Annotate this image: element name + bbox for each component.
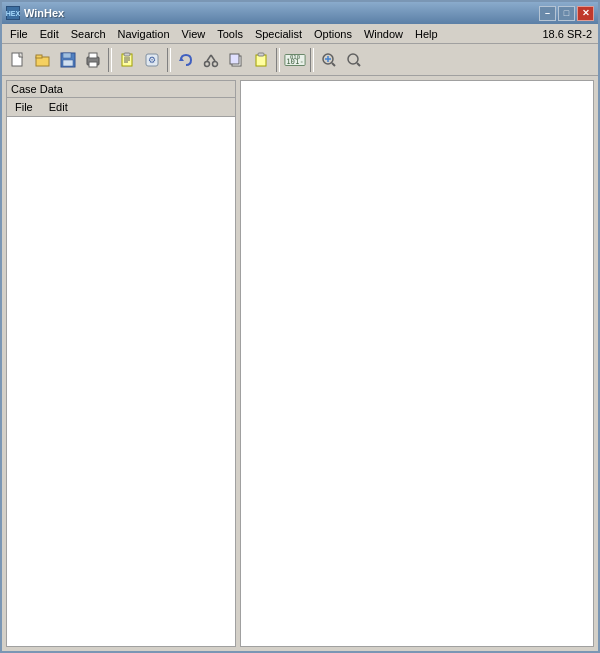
title-bar: HEX WinHex – □ ✕	[2, 2, 598, 24]
svg-point-18	[213, 61, 218, 66]
menu-file[interactable]: File	[4, 26, 34, 42]
toolbar-sep-1	[108, 48, 112, 72]
svg-line-33	[357, 63, 360, 66]
svg-line-29	[332, 63, 335, 66]
menu-help[interactable]: Help	[409, 26, 444, 42]
menu-bar: File Edit Search Navigation View Tools S…	[2, 24, 598, 44]
paste-button[interactable]	[249, 48, 273, 72]
print-button[interactable]	[81, 48, 105, 72]
svg-rect-4	[63, 53, 71, 58]
close-button[interactable]: ✕	[577, 6, 594, 21]
case-data-submenu: File Edit	[7, 98, 235, 117]
case-edit-menu[interactable]: Edit	[45, 100, 72, 114]
title-bar-controls: – □ ✕	[539, 6, 594, 21]
toolbar-sep-2	[167, 48, 171, 72]
hex-view-panel[interactable]	[240, 80, 594, 647]
menu-view[interactable]: View	[176, 26, 212, 42]
menu-edit[interactable]: Edit	[34, 26, 65, 42]
svg-rect-5	[63, 60, 73, 66]
app-icon: HEX	[6, 6, 20, 20]
case-data-header: Case Data	[7, 81, 235, 98]
maximize-button[interactable]: □	[558, 6, 575, 21]
new-button[interactable]	[6, 48, 30, 72]
menu-search[interactable]: Search	[65, 26, 112, 42]
menu-tools[interactable]: Tools	[211, 26, 249, 42]
svg-rect-22	[230, 54, 239, 64]
undo-button[interactable]	[174, 48, 198, 72]
title-bar-left: HEX WinHex	[6, 6, 64, 20]
toolbar-sep-4	[310, 48, 314, 72]
svg-rect-8	[89, 62, 97, 67]
minimize-button[interactable]: –	[539, 6, 556, 21]
svg-rect-23	[256, 55, 266, 66]
clipboard-button[interactable]	[115, 48, 139, 72]
wrench-button[interactable]: ⚙	[140, 48, 164, 72]
svg-point-32	[348, 54, 358, 64]
find-button[interactable]	[342, 48, 366, 72]
svg-point-17	[205, 61, 210, 66]
svg-rect-24	[258, 53, 264, 56]
save-button[interactable]	[56, 48, 80, 72]
version-label: 18.6 SR-2	[542, 28, 596, 40]
hex-button[interactable]: 101- 010	[283, 48, 307, 72]
open-button[interactable]	[31, 48, 55, 72]
title-text: WinHex	[24, 7, 64, 19]
menu-navigation[interactable]: Navigation	[112, 26, 176, 42]
menu-specialist[interactable]: Specialist	[249, 26, 308, 42]
toolbar: ⚙	[2, 44, 598, 76]
cut-button[interactable]	[199, 48, 223, 72]
svg-text:⚙: ⚙	[148, 55, 156, 65]
svg-rect-2	[36, 55, 42, 58]
toolbar-sep-3	[276, 48, 280, 72]
goto-button[interactable]	[317, 48, 341, 72]
case-data-body	[7, 117, 235, 646]
main-content: Case Data File Edit	[2, 76, 598, 651]
case-data-panel: Case Data File Edit	[6, 80, 236, 647]
svg-rect-10	[124, 53, 130, 56]
case-file-menu[interactable]: File	[11, 100, 37, 114]
svg-line-19	[207, 55, 211, 61]
main-window: HEX WinHex – □ ✕ File Edit Search Naviga…	[0, 0, 600, 653]
svg-text:010: 010	[290, 54, 300, 60]
menu-window[interactable]: Window	[358, 26, 409, 42]
svg-line-20	[211, 55, 215, 61]
menu-options[interactable]: Options	[308, 26, 358, 42]
copy-button[interactable]	[224, 48, 248, 72]
svg-rect-7	[89, 53, 97, 58]
